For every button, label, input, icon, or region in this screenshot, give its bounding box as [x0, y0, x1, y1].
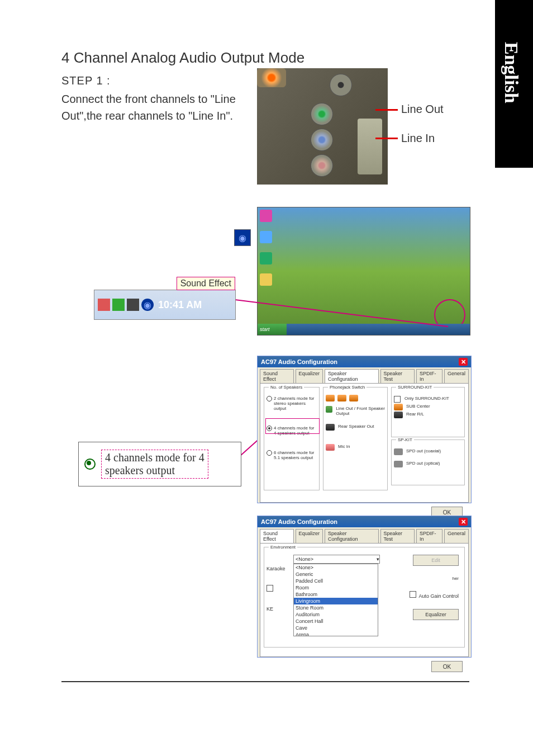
tab-equalizer[interactable]: Equalizer: [296, 369, 323, 383]
radio-2ch[interactable]: 2 channels mode for stereo speakers outp…: [266, 396, 317, 411]
start-button[interactable]: start: [258, 324, 287, 335]
surround-kit-title: SURROUND-KIT: [396, 385, 434, 390]
callout-line1: 4 channels mode for 4: [105, 451, 204, 464]
environment-listbox[interactable]: <None> Generic Padded Cell Room Bathroom…: [293, 564, 378, 636]
four-channel-highlight: [265, 418, 320, 434]
footer-separator: [61, 681, 469, 682]
tab-speaker-config[interactable]: Speaker Configuration: [325, 529, 379, 543]
ke-label: KE: [266, 606, 288, 612]
language-tab: English: [495, 0, 533, 168]
tab-spdif[interactable]: SPDIF-In: [416, 369, 442, 383]
chevron-down-icon: ▾: [377, 556, 379, 562]
phonejack-title: Phonejack Switch: [328, 385, 367, 390]
tray-icon-3[interactable]: [127, 299, 139, 311]
tray-icon-1[interactable]: [98, 299, 110, 311]
desktop-screenshot: start: [257, 207, 470, 336]
auto-gain-label: Auto Gain Control: [418, 593, 459, 599]
close-icon[interactable]: ✕: [459, 358, 468, 366]
spkit-title: SP-KIT: [396, 437, 414, 442]
line-in-pointer: [375, 138, 398, 139]
jack-icon: [349, 395, 358, 401]
tab-speaker-config[interactable]: Speaker Configuration: [325, 369, 379, 383]
jack-black-icon: [326, 424, 335, 431]
jack-green-icon: [326, 406, 332, 413]
sound-effect-tooltip: Sound Effect: [177, 277, 235, 290]
tab-equalizer[interactable]: Equalizer: [296, 529, 323, 543]
system-tray-zoom: Sound Effect ◉ 10:41 AM: [94, 290, 236, 320]
step-text: Connect the front channels to "Line Out"…: [61, 91, 263, 124]
equalizer-button[interactable]: Equalizer: [413, 609, 459, 620]
line-out-pointer: [375, 109, 398, 111]
radio-6ch[interactable]: 6 channels mode for 5.1 speakers output: [266, 450, 317, 460]
tab-speaker-test[interactable]: Speaker Test: [380, 529, 415, 543]
callout-line2: speakers output: [105, 464, 204, 477]
only-surround-checkbox[interactable]: [394, 396, 401, 403]
env-combo[interactable]: <None>▾: [293, 555, 380, 564]
tray-icon-2[interactable]: [112, 299, 125, 311]
tab-general[interactable]: General: [444, 529, 469, 543]
auto-gain-checkbox[interactable]: [410, 591, 416, 598]
four-channel-callout: 4 channels mode for 4 speakers output: [78, 442, 241, 486]
audio-port-photo: [257, 68, 388, 185]
language-label: English: [501, 42, 522, 103]
mic-in-label: Mic In: [338, 444, 350, 449]
tab-sound-effect[interactable]: Sound Effect: [260, 369, 294, 383]
close-icon[interactable]: ✕: [459, 518, 468, 526]
tab-spdif-in[interactable]: SPDIF-In: [416, 529, 442, 543]
jack-icon: [337, 395, 346, 401]
ac97-dialog-sound-effect: AC97 Audio Configuration ✕ Sound Effect …: [257, 516, 472, 658]
tray-icon-callout: ◉: [234, 229, 251, 246]
jack-icon: [326, 395, 335, 401]
karaoke-label: Karaoke: [266, 566, 288, 571]
line-out-label: Line Out: [401, 103, 444, 116]
tab-sound-effect[interactable]: Sound Effect: [260, 529, 294, 543]
tab-speaker-test[interactable]: Speaker Test: [380, 369, 415, 383]
dialog-title: AC97 Audio Configuration: [261, 518, 337, 525]
ok-button[interactable]: OK: [431, 661, 463, 672]
edit-button[interactable]: Edit: [413, 555, 459, 566]
environment-title: Environment: [269, 545, 297, 550]
page-title: 4 Channel Analog Audio Output Mode: [61, 49, 464, 67]
tab-general[interactable]: General: [444, 369, 469, 383]
jack-pink-icon: [326, 444, 335, 451]
karaoke-checkbox[interactable]: [266, 585, 273, 592]
dialog-title: AC97 Audio Configuration: [261, 358, 337, 365]
rear-out-label: Rear Speaker Out: [338, 424, 374, 429]
line-in-label: Line In: [401, 132, 435, 145]
tray-sound-icon[interactable]: ◉: [141, 299, 154, 311]
tray-time: 10:41 AM: [158, 299, 202, 311]
line-out-front-label: Line Out / Front Speaker Output: [336, 406, 385, 416]
radio-selected-icon: [84, 459, 96, 470]
no-speakers-title: No. of Speakers: [269, 385, 304, 390]
